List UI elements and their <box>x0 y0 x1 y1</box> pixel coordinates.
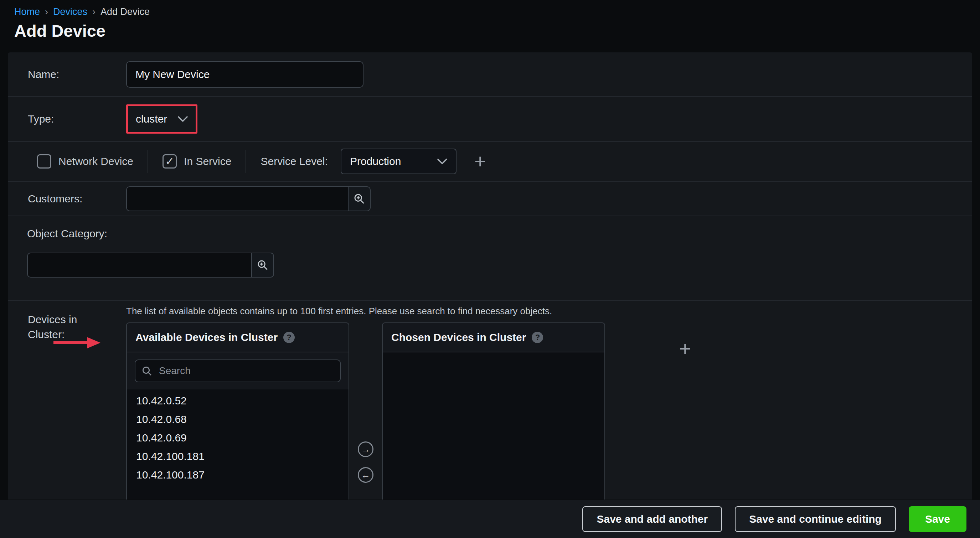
arrow-left-icon: ← <box>361 470 370 479</box>
zoom-in-icon <box>353 193 365 205</box>
page-header: Home › Devices › Add Device Add Device <box>0 0 980 41</box>
breadcrumb-home[interactable]: Home <box>14 6 40 18</box>
flags-row: Network Device ✓ In Service Service Leve… <box>8 142 972 182</box>
devices-hint: The list of available objects contains u… <box>126 306 958 317</box>
chosen-devices-header: Chosen Devices in Cluster ? <box>383 323 605 352</box>
in-service-label: In Service <box>184 155 231 167</box>
object-category-section: Object Category: <box>8 216 972 301</box>
save-button[interactable]: Save <box>909 506 966 532</box>
available-devices-title: Available Devices in Cluster <box>135 331 278 344</box>
network-device-field: Network Device <box>37 154 133 169</box>
customers-input[interactable] <box>126 186 348 211</box>
device-option[interactable]: 10.42.0.68 <box>127 410 348 429</box>
help-icon: ? <box>532 332 543 343</box>
service-level-label: Service Level: <box>261 155 328 167</box>
chevron-down-icon <box>178 116 188 122</box>
check-icon: ✓ <box>165 156 174 167</box>
breadcrumb-current: Add Device <box>100 6 150 18</box>
object-category-lookup-button[interactable] <box>251 253 274 277</box>
chosen-devices-list[interactable] <box>383 352 605 502</box>
breadcrumb: Home › Devices › Add Device <box>14 6 980 18</box>
chosen-devices-title: Chosen Devices in Cluster <box>391 331 526 344</box>
type-row: Type: cluster <box>8 97 972 142</box>
name-label: Name: <box>28 68 126 81</box>
breadcrumb-separator: › <box>92 6 95 18</box>
save-and-add-button[interactable]: Save and add another <box>582 506 722 532</box>
device-option[interactable]: 10.42.100.181 <box>127 447 348 466</box>
available-devices-panel: Available Devices in Cluster ? 10.42.0.5… <box>126 322 349 503</box>
customers-label: Customers: <box>28 193 126 205</box>
add-cluster-device-button[interactable]: + <box>676 339 694 359</box>
in-service-checkbox[interactable]: ✓ <box>162 154 177 169</box>
object-category-input[interactable] <box>27 253 252 277</box>
annotation-rectangle: cluster <box>126 104 197 134</box>
choose-device-button[interactable]: → <box>358 441 374 457</box>
search-icon <box>141 365 153 377</box>
customers-lookup-button[interactable] <box>348 186 371 211</box>
breadcrumb-separator: › <box>45 6 48 18</box>
arrow-right-icon: → <box>361 445 370 454</box>
footer-actions: Save and add another Save and continue e… <box>0 500 980 538</box>
device-option[interactable]: 10.42.100.187 <box>127 466 348 484</box>
device-transfer-widget: Available Devices in Cluster ? 10.42.0.5… <box>126 322 958 503</box>
add-device-form: Name: Type: cluster Network Device ✓ In … <box>8 53 972 538</box>
object-category-input-group <box>27 253 958 277</box>
service-level-select[interactable]: Production <box>341 148 457 174</box>
zoom-in-icon <box>256 259 269 271</box>
available-devices-list[interactable]: 10.42.0.5210.42.0.6810.42.0.6910.42.100.… <box>127 390 348 502</box>
device-option[interactable]: 10.42.0.52 <box>127 392 348 410</box>
device-option[interactable]: 10.42.0.69 <box>127 429 348 447</box>
chevron-down-icon <box>437 159 447 164</box>
customers-row: Customers: <box>8 182 972 216</box>
name-row: Name: <box>8 53 972 97</box>
type-select[interactable]: cluster <box>128 106 196 132</box>
chosen-devices-panel: Chosen Devices in Cluster ? <box>382 322 605 503</box>
save-and-continue-button[interactable]: Save and continue editing <box>735 506 896 532</box>
annotation-arrow <box>52 336 102 350</box>
type-select-value: cluster <box>136 113 167 125</box>
customers-input-group <box>126 186 371 211</box>
available-devices-header: Available Devices in Cluster ? <box>127 323 348 352</box>
add-service-level-button[interactable]: + <box>471 151 489 171</box>
in-service-field: ✓ In Service <box>162 154 231 169</box>
page-title: Add Device <box>14 21 980 41</box>
name-input[interactable] <box>126 61 363 88</box>
service-level-value: Production <box>350 155 401 167</box>
network-device-checkbox[interactable] <box>37 154 51 169</box>
help-icon: ? <box>283 332 295 343</box>
transfer-controls: → ← <box>349 322 382 503</box>
breadcrumb-devices[interactable]: Devices <box>53 6 87 18</box>
remove-device-button[interactable]: ← <box>358 467 374 483</box>
network-device-label: Network Device <box>59 155 133 167</box>
divider <box>245 150 246 173</box>
available-devices-search-input[interactable] <box>135 360 341 382</box>
object-category-label: Object Category: <box>27 228 958 240</box>
type-label: Type: <box>28 113 126 125</box>
divider <box>148 150 148 173</box>
available-devices-search <box>127 352 348 390</box>
